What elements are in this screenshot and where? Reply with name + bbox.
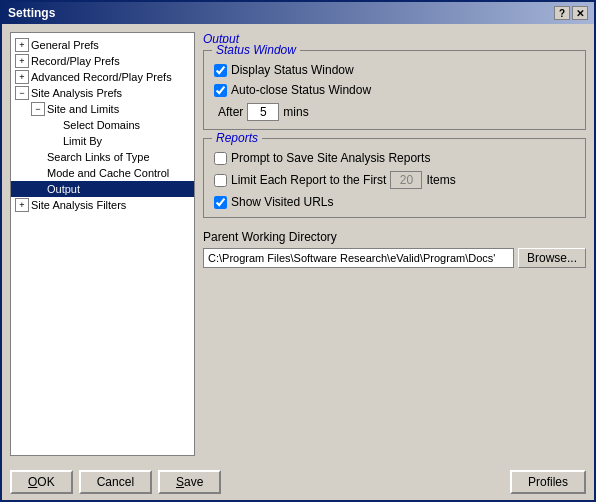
browse-button[interactable]: Browse... bbox=[518, 248, 586, 268]
right-panel: Output Status Window Display Status Wind… bbox=[203, 32, 586, 456]
limit-each-report-label: Limit Each Report to the First bbox=[231, 173, 386, 187]
tree-label-search-links-of-type: Search Links of Type bbox=[47, 151, 150, 163]
mins-label: mins bbox=[283, 105, 308, 119]
display-status-window-checkbox[interactable] bbox=[214, 64, 227, 77]
prompt-save-row: Prompt to Save Site Analysis Reports bbox=[214, 151, 575, 165]
footer: OOK Cancel Save Profiles bbox=[2, 464, 594, 500]
auto-close-status-window-label: Auto-close Status Window bbox=[231, 83, 371, 97]
tree-item-general-prefs[interactable]: + General Prefs bbox=[11, 37, 194, 53]
prompt-save-checkbox[interactable] bbox=[214, 152, 227, 165]
spacer-search-links bbox=[31, 150, 45, 164]
prompt-save-label: Prompt to Save Site Analysis Reports bbox=[231, 151, 430, 165]
after-label: After bbox=[218, 105, 243, 119]
after-value-input[interactable] bbox=[247, 103, 279, 121]
parent-dir-label: Parent Working Directory bbox=[203, 230, 586, 244]
parent-working-directory-section: Parent Working Directory Browse... bbox=[203, 230, 586, 268]
close-button[interactable]: ✕ bbox=[572, 6, 588, 20]
tree-item-site-and-limits[interactable]: − Site and Limits bbox=[11, 101, 194, 117]
expand-icon-site-analysis-filters: + bbox=[15, 198, 29, 212]
help-button[interactable]: ? bbox=[554, 6, 570, 20]
tree-item-mode-and-cache-control[interactable]: Mode and Cache Control bbox=[11, 165, 194, 181]
spacer-mode-cache bbox=[31, 166, 45, 180]
tree-label-general-prefs: General Prefs bbox=[31, 39, 99, 51]
settings-window: Settings ? ✕ + General Prefs + Record/Pl… bbox=[0, 0, 596, 502]
tree-label-advanced-record-play-prefs: Advanced Record/Play Prefs bbox=[31, 71, 172, 83]
title-bar: Settings ? ✕ bbox=[2, 2, 594, 24]
show-visited-urls-checkbox[interactable] bbox=[214, 196, 227, 209]
expand-icon-site-analysis-prefs: − bbox=[15, 86, 29, 100]
spacer-limit-by bbox=[47, 134, 61, 148]
expand-icon-advanced-record-play-prefs: + bbox=[15, 70, 29, 84]
window-body: + General Prefs + Record/Play Prefs + Ad… bbox=[2, 24, 594, 464]
tree-panel: + General Prefs + Record/Play Prefs + Ad… bbox=[10, 32, 195, 456]
status-window-box: Status Window Display Status Window Auto… bbox=[203, 50, 586, 130]
status-window-content: Display Status Window Auto-close Status … bbox=[214, 59, 575, 121]
cancel-button[interactable]: Cancel bbox=[79, 470, 152, 494]
tree-item-output[interactable]: Output bbox=[11, 181, 194, 197]
expand-icon-site-and-limits: − bbox=[31, 102, 45, 116]
cancel-label: Cancel bbox=[97, 475, 134, 489]
show-visited-urls-row: Show Visited URLs bbox=[214, 195, 575, 209]
auto-close-status-window-checkbox[interactable] bbox=[214, 84, 227, 97]
limit-each-report-row: Limit Each Report to the First Items bbox=[214, 171, 575, 189]
status-window-title: Status Window bbox=[212, 43, 300, 57]
tree-label-site-analysis-filters: Site Analysis Filters bbox=[31, 199, 126, 211]
tree-item-limit-by[interactable]: Limit By bbox=[11, 133, 194, 149]
auto-close-status-window-row: Auto-close Status Window bbox=[214, 83, 575, 97]
show-visited-urls-label: Show Visited URLs bbox=[231, 195, 334, 209]
after-mins-row: After mins bbox=[214, 103, 575, 121]
reports-title: Reports bbox=[212, 131, 262, 145]
tree-item-site-analysis-filters[interactable]: + Site Analysis Filters bbox=[11, 197, 194, 213]
tree-label-limit-by: Limit By bbox=[63, 135, 102, 147]
title-bar-buttons: ? ✕ bbox=[554, 6, 588, 20]
tree-label-output: Output bbox=[47, 183, 80, 195]
parent-dir-input[interactable] bbox=[203, 248, 514, 268]
display-status-window-row: Display Status Window bbox=[214, 63, 575, 77]
limit-each-report-checkbox[interactable] bbox=[214, 174, 227, 187]
expand-icon-record-play-prefs: + bbox=[15, 54, 29, 68]
reports-box: Reports Prompt to Save Site Analysis Rep… bbox=[203, 138, 586, 218]
spacer-select-domains bbox=[47, 118, 61, 132]
tree-item-select-domains[interactable]: Select Domains bbox=[11, 117, 194, 133]
ok-button[interactable]: OOK bbox=[10, 470, 73, 494]
reports-content: Prompt to Save Site Analysis Reports Lim… bbox=[214, 147, 575, 209]
expand-icon-general-prefs: + bbox=[15, 38, 29, 52]
tree-label-site-and-limits: Site and Limits bbox=[47, 103, 119, 115]
tree-label-site-analysis-prefs: Site Analysis Prefs bbox=[31, 87, 122, 99]
items-label: Items bbox=[426, 173, 455, 187]
profiles-button[interactable]: Profiles bbox=[510, 470, 586, 494]
tree-item-search-links-of-type[interactable]: Search Links of Type bbox=[11, 149, 194, 165]
tree-item-advanced-record-play-prefs[interactable]: + Advanced Record/Play Prefs bbox=[11, 69, 194, 85]
limit-each-report-value-input[interactable] bbox=[390, 171, 422, 189]
display-status-window-label: Display Status Window bbox=[231, 63, 354, 77]
tree-label-select-domains: Select Domains bbox=[63, 119, 140, 131]
tree-label-mode-and-cache-control: Mode and Cache Control bbox=[47, 167, 169, 179]
tree-item-site-analysis-prefs[interactable]: − Site Analysis Prefs bbox=[11, 85, 194, 101]
footer-left-buttons: OOK Cancel Save bbox=[10, 470, 221, 494]
spacer-output bbox=[31, 182, 45, 196]
window-title: Settings bbox=[8, 6, 55, 20]
tree-item-record-play-prefs[interactable]: + Record/Play Prefs bbox=[11, 53, 194, 69]
save-button[interactable]: Save bbox=[158, 470, 221, 494]
parent-dir-row: Browse... bbox=[203, 248, 586, 268]
tree-label-record-play-prefs: Record/Play Prefs bbox=[31, 55, 120, 67]
